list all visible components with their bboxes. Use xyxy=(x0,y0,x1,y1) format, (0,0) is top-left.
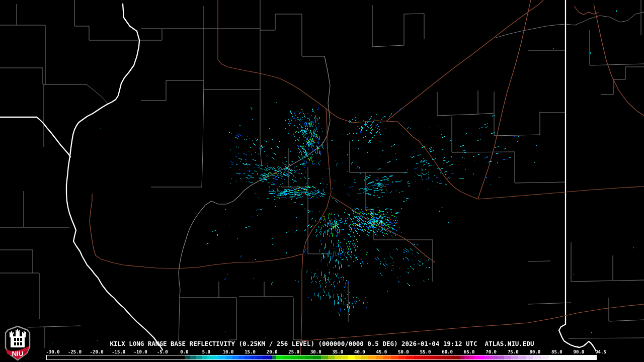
scale-tick-label: 65.0 xyxy=(464,349,475,354)
scale-tick-label: -30.0 xyxy=(46,349,59,354)
scale-tick-label: -10.0 xyxy=(134,349,147,354)
scale-tick-label: 10.0 xyxy=(223,349,234,354)
scale-tick-label: 70.0 xyxy=(486,349,497,354)
scale-tick-label: 90.0 xyxy=(574,349,585,354)
scale-tick-label: -15.0 xyxy=(112,349,125,354)
scale-tick-label: 25.0 xyxy=(288,349,299,354)
scale-tick-label: -20.0 xyxy=(90,349,104,354)
scale-tick-label: 5.0 xyxy=(202,349,210,354)
scale-tick-label: 50.0 xyxy=(398,349,409,354)
reflectivity-colorbar xyxy=(46,355,597,360)
scale-tick-label: -25.0 xyxy=(68,349,82,354)
niu-logo: NIU xyxy=(4,325,31,361)
scale-tick-label: 30.0 xyxy=(310,349,321,354)
product-title: KILX LONG RANGE BASE REFLECTIVITY (0.25K… xyxy=(0,340,644,347)
scale-tick-label: 40.0 xyxy=(354,349,365,354)
scale-tick-label: 80.0 xyxy=(529,349,540,354)
radar-display: KILX LONG RANGE BASE REFLECTIVITY (0.25K… xyxy=(0,0,644,362)
scale-tick-label: 55.0 xyxy=(420,349,431,354)
scale-tick-label: 75.0 xyxy=(508,349,519,354)
scale-tick-label: 35.0 xyxy=(332,349,343,354)
scale-tick-label: 15.0 xyxy=(245,349,256,354)
scale-tick-label: 0.0 xyxy=(180,349,188,354)
colorbar-tick-labels: -30.0-25.0-20.0-15.0-10.0-5.00.05.010.01… xyxy=(0,349,644,355)
scale-tick-label: 60.0 xyxy=(442,349,453,354)
scale-tick-label: 20.0 xyxy=(267,349,278,354)
scale-tick-label: 94.5 xyxy=(595,349,606,354)
radar-echoes-canvas xyxy=(0,0,644,362)
scale-tick-label: 85.0 xyxy=(551,349,562,354)
scale-tick-label: -5.0 xyxy=(157,349,168,354)
scale-tick-label: 45.0 xyxy=(376,349,387,354)
logo-text: NIU xyxy=(12,350,23,357)
